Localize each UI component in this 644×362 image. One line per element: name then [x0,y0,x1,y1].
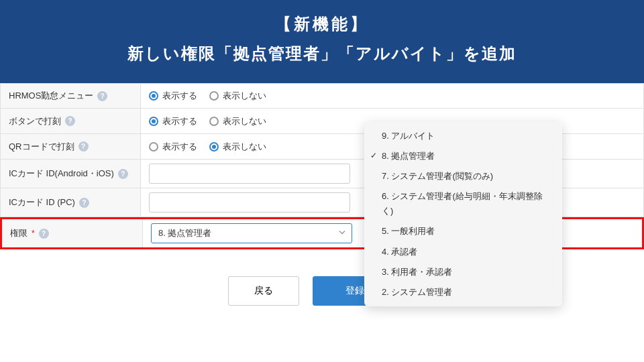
help-icon[interactable]: ? [78,141,89,152]
label-button-punch: ボタンで打刻 ? [0,109,141,133]
label-text: HRMOS勤怠メニュー [9,90,93,102]
radio-hide[interactable]: 表示しない [209,115,266,127]
radio-hide[interactable]: 表示しない [209,90,266,102]
dropdown-item[interactable]: 2. システム管理者 [364,282,562,302]
radio-label: 表示しない [223,90,266,102]
radio-icon [209,142,219,152]
label-ic-mobile: ICカード ID(Android・iOS) ? [0,160,141,188]
label-text: 権限 [10,227,28,239]
radio-show[interactable]: 表示する [149,141,197,153]
label-text: ICカード ID (PC) [9,196,75,208]
radio-show[interactable]: 表示する [149,115,197,127]
label-qr-punch: QRコードで打刻 ? [0,134,141,159]
help-icon[interactable]: ? [97,91,107,101]
radio-label: 表示しない [223,115,266,127]
label-ic-pc: ICカード ID (PC) ? [0,188,141,217]
announcement-banner: 【新機能】 新しい権限「拠点管理者」「アルバイト」を追加 [0,0,644,83]
radio-icon [149,91,158,101]
help-icon[interactable]: ? [39,229,49,239]
radio-icon [209,91,219,101]
ic-pc-input[interactable] [149,192,350,213]
settings-form: HRMOS勤怠メニュー ? 表示する 表示しない ボタンで打刻 ? 表示する 表… [0,83,644,249]
select-value: 8. 拠点管理者 [158,227,211,239]
back-button[interactable]: 戻る [228,276,299,306]
dropdown-item[interactable]: 6. システム管理者(給与明細・年末調整除く) [364,186,562,221]
banner-title-line1: 【新機能】 [0,13,644,35]
radio-icon [149,142,158,152]
label-text: ボタンで打刻 [9,115,61,127]
permission-select[interactable]: 8. 拠点管理者 [151,223,352,243]
help-icon[interactable]: ? [79,198,89,208]
label-permission: 権限 * ? [2,219,143,247]
label-text: QRコードで打刻 [9,141,74,153]
banner-title-line2: 新しい権限「拠点管理者」「アルバイト」を追加 [0,43,644,64]
permission-dropdown: 9. アルバイト8. 拠点管理者7. システム管理者(閲覧のみ)6. システム管… [364,122,562,306]
radio-label: 表示する [162,115,197,127]
ic-mobile-input[interactable] [149,164,350,184]
chevron-down-icon [338,229,346,239]
dropdown-item[interactable]: 9. アルバイト [364,126,562,146]
row-hrmos-menu: HRMOS勤怠メニュー ? 表示する 表示しない [0,83,644,109]
radio-hide[interactable]: 表示しない [209,141,266,153]
radio-label: 表示する [162,141,197,153]
dropdown-item[interactable]: 7. システム管理者(閲覧のみ) [364,166,562,186]
label-text: ICカード ID(Android・iOS) [9,168,114,180]
help-icon[interactable]: ? [118,169,128,179]
dropdown-item[interactable]: 3. 利用者・承認者 [364,262,562,282]
dropdown-item[interactable]: 4. 承認者 [364,242,562,262]
dropdown-item[interactable]: 5. 一般利用者 [364,221,562,241]
required-mark: * [32,229,35,238]
radio-label: 表示しない [223,141,266,153]
label-hrmos-menu: HRMOS勤怠メニュー ? [0,84,141,108]
radio-show[interactable]: 表示する [149,90,197,102]
help-icon[interactable]: ? [65,116,75,126]
radio-label: 表示する [162,90,197,102]
controls-hrmos-menu: 表示する 表示しない [141,84,644,108]
radio-icon [209,117,219,126]
dropdown-item[interactable]: 8. 拠点管理者 [364,146,562,166]
radio-icon [149,117,158,126]
